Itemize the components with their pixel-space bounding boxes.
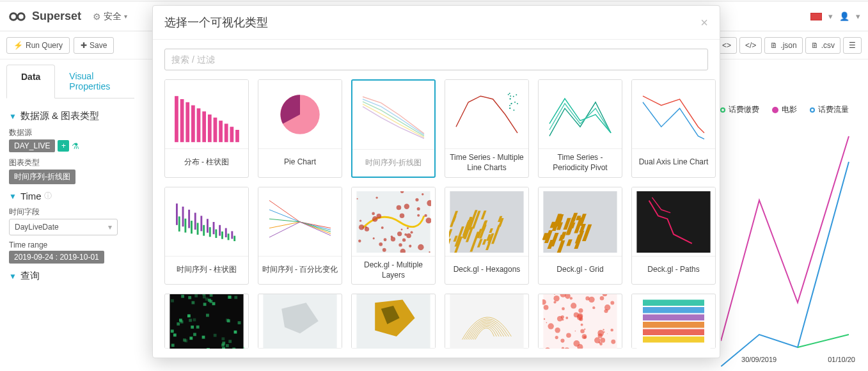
flask-icon[interactable]: ⚗ [72,141,79,151]
svg-point-88 [379,242,383,246]
svg-point-259 [599,342,601,343]
add-datasource-button[interactable]: + [58,140,69,152]
close-icon[interactable]: × [700,15,708,30]
legend-dot-icon [810,107,815,113]
svg-rect-162 [187,315,191,318]
section-datasource-label: 数据源 & 图表类型 [20,110,99,122]
file-icon: 🗎 [770,41,778,50]
svg-rect-150 [234,331,237,334]
viz-card-deck-scatter[interactable] [538,294,622,349]
viz-card-deck-screen[interactable] [164,294,249,349]
user-icon[interactable]: 👤 [839,12,849,21]
section-time-header[interactable]: ▼ Time ⓘ [9,191,132,201]
viz-label: Deck.gl - Paths [632,257,715,283]
svg-rect-9 [214,117,217,141]
viz-card-area-rank[interactable] [631,294,716,349]
svg-point-67 [383,248,386,251]
svg-marker-270 [643,336,704,343]
svg-point-256 [584,329,585,330]
viz-thumb [632,80,715,149]
viz-thumb [539,80,622,149]
triangle-down-icon: ▼ [9,272,17,281]
svg-point-249 [574,313,579,318]
tab-visual-properties[interactable]: Visual Properties [55,65,134,98]
csv-button[interactable]: 🗎 .csv [805,37,840,54]
svg-point-235 [548,324,553,329]
svg-point-52 [359,219,361,221]
nav-security[interactable]: ⚙ 安全 ▾ [93,11,127,22]
viz-card-deck-geo1[interactable] [258,294,342,349]
viz-card-deck-multi[interactable]: Deck.gl - Multiple Layers [351,187,436,285]
svg-point-70 [404,203,409,209]
legend-item[interactable]: 电影 [772,104,797,115]
user-caret-icon: ▾ [856,12,860,21]
viz-card-deck-arc[interactable] [445,294,529,349]
svg-rect-196 [196,326,200,329]
run-query-label: Run Query [26,41,63,50]
svg-point-76 [424,214,427,216]
time-field-select[interactable]: DayLiveDate ▾ [9,219,118,235]
viz-type-modal: 选择一个可视化类型 × 分布 - 柱状图Pie Chart时间序列-折线图Tim… [152,5,720,358]
datasource-pill[interactable]: DAY_LIVE [9,139,55,152]
legend-item[interactable]: 话费流量 [810,104,849,115]
hamburger-icon: ☰ [849,41,856,50]
viz-label: Time Series - Periodicity Pivot [539,149,622,177]
menu-button[interactable]: ☰ [843,37,862,54]
section-time-label: Time [20,191,42,201]
json-button[interactable]: 🗎 .json [764,37,802,54]
viz-card-deck-grid[interactable]: Deck.gl - Grid [538,187,622,285]
svg-rect-176 [193,319,196,322]
svg-point-26 [509,104,510,106]
nav-security-label: 安全 [104,11,122,22]
time-range-pill[interactable]: 2019-09-24 : 2019-10-01 [9,251,104,264]
viz-card-pie[interactable]: Pie Chart [258,79,342,178]
svg-rect-30 [176,203,178,225]
time-range-label: Time range [9,241,132,249]
viz-thumb [165,294,248,349]
svg-rect-193 [173,334,177,337]
viz-label: Deck.gl - Grid [539,257,622,283]
viz-card-deck-geo2[interactable] [351,294,436,349]
locale-flag[interactable] [810,13,822,20]
viz-card-ts-pct[interactable]: 时间序列 - 百分比变化 [258,187,342,285]
viz-card-deck-paths[interactable]: Deck.gl - Paths [631,187,716,285]
save-button[interactable]: ✚ Save [74,37,114,54]
viz-thumb [258,187,342,257]
legend-item[interactable]: 话费缴费 [720,104,759,115]
svg-point-250 [607,334,608,335]
viz-card-dual-axis[interactable]: Dual Axis Line Chart [631,79,716,178]
search-input[interactable] [164,49,708,70]
svg-rect-38 [200,216,202,231]
svg-rect-33 [184,218,186,232]
viz-card-ts-multi[interactable]: Time Series - Multiple Line Charts [445,79,529,178]
svg-point-86 [407,227,409,229]
viz-label: Deck.gl - Multiple Layers [352,257,435,284]
section-datasource-header[interactable]: ▼ 数据源 & 图表类型 [9,110,132,122]
viz-thumb [445,80,528,149]
chart-type-pill[interactable]: 时间序列-折线图 [9,170,75,184]
svg-rect-34 [188,209,190,228]
viz-thumb [258,80,342,149]
svg-rect-2 [175,96,178,142]
section-query-header[interactable]: ▼ 查询 [9,270,132,282]
viz-card-ts-line[interactable]: 时间序列-折线图 [351,79,436,178]
svg-point-226 [555,336,558,339]
svg-point-69 [398,243,402,246]
locale-caret-icon: ▾ [828,12,833,21]
svg-rect-194 [234,296,237,299]
viz-card-ts-pivot[interactable]: Time Series - Periodicity Pivot [538,79,622,178]
svg-rect-180 [205,297,209,301]
svg-point-222 [562,307,565,310]
brand-logo[interactable]: Superset [8,7,81,26]
viz-card-ts-bar[interactable]: 时间序列 - 柱状图 [164,187,249,285]
viz-card-deck-hex[interactable]: Deck.gl - Hexagons [445,187,529,285]
svg-point-77 [375,196,377,198]
tab-data[interactable]: Data [6,65,55,99]
run-query-button[interactable]: ⚡ Run Query [6,37,70,54]
bolt-icon: ⚡ [13,41,23,50]
viz-card-dist-bar[interactable]: 分布 - 柱状图 [164,79,249,178]
embed2-button[interactable]: </> [739,37,762,54]
save-label: Save [90,41,107,50]
legend-label: 话费缴费 [729,104,759,115]
svg-rect-5 [191,105,195,142]
